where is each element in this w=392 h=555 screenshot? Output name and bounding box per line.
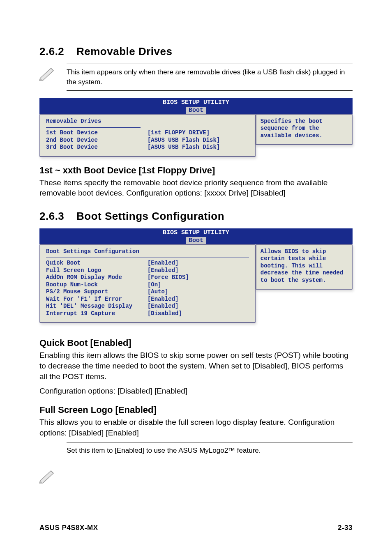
bios-header: BIOS SETUP UTILITY Boot [39,98,353,114]
quick-boot-body: Enabling this item allows the BIOS to sk… [39,350,353,382]
bios-utility-title: BIOS SETUP UTILITY [163,229,229,236]
footer-page-number: 2-33 [338,524,353,532]
setting-value[interactable]: [Force BIOS] [148,274,249,281]
setting-value[interactable]: [Disabled] [148,310,249,318]
bios-header: BIOS SETUP UTILITY Boot [39,228,353,244]
note-block: This item appears only when there are re… [67,64,353,91]
divider [46,258,249,258]
bios-subheader: Removable Drives [46,118,249,125]
setting-value[interactable]: [Enabled] [148,303,249,310]
bios-utility-title: BIOS SETUP UTILITY [163,99,229,106]
bios-box-bootsettings: BIOS SETUP UTILITY Boot Boot Settings Co… [39,228,353,323]
setting-value[interactable]: [Enabled] [148,267,249,274]
bios-tab: Boot [186,237,206,244]
section-title: Removable Drives [76,45,172,58]
note-text: Set this item to [Enabled] to use the AS… [67,447,261,454]
bios-subheader: Boot Settings Configuration [46,248,249,256]
bios-settings-list: 1st Boot Device[1st FLOPPY DRIVE] 2nd Bo… [46,129,249,151]
bios-help-text: Allows BIOS to skip certain tests while … [261,248,344,283]
subsection-body: These items specify the removable boot d… [39,177,353,198]
section-2-6-3-heading: 2.6.3Boot Settings Configuration [39,210,353,223]
setting-value[interactable]: [ASUS USB Flash Disk] [148,144,249,151]
pencil-note-icon [39,66,56,83]
note-block: Set this item to [Enabled] to use the AS… [67,442,353,459]
section-2-6-2-heading: 2.6.2Removable Drives [39,45,353,58]
setting-value[interactable]: [On] [148,281,249,289]
subsection-boot-device-heading: 1st ~ xxth Boot Device [1st Floppy Drive… [39,165,353,176]
bios-tab: Boot [186,107,206,114]
setting-label: Hit 'DEL' Message Display [46,303,148,310]
setting-label: 1st Boot Device [46,129,148,137]
note-text: This item appears only when there are re… [67,68,345,86]
setting-label: Full Screen Logo [46,267,148,274]
setting-label: 3rd Boot Device [46,144,148,151]
full-screen-logo-body: This allows you to enable or disable the… [39,417,353,438]
setting-label: Interrupt 19 Capture [46,310,148,318]
footer-product: ASUS P4S8X-MX [39,524,98,532]
bios-box-removable: BIOS SETUP UTILITY Boot Removable Drives… [39,98,353,157]
full-screen-logo-heading: Full Screen Logo [Enabled] [39,405,353,415]
setting-value[interactable]: [Auto] [148,288,249,296]
setting-label: PS/2 Mouse Support [46,288,148,296]
setting-value[interactable]: [1st FLOPPY DRIVE] [148,129,249,137]
setting-value[interactable]: [ASUS USB Flash Disk] [148,137,249,144]
setting-label: Bootup Num-Lock [46,281,148,289]
bios-settings-list: Quick Boot[Enabled] Full Screen Logo[Ena… [46,260,249,317]
quick-boot-heading: Quick Boot [Enabled] [39,338,353,348]
setting-label: Wait For 'F1' If Error [46,296,148,303]
quick-boot-config: Configuration options: [Disabled] [Enabl… [39,386,353,396]
bios-help-text: Specifies the boot sequence from the ava… [261,118,323,139]
setting-label: Quick Boot [46,260,148,267]
setting-label: 2nd Boot Device [46,137,148,144]
pencil-note-icon [39,468,56,486]
bios-help-pane: Specifies the boot sequence from the ava… [256,114,353,145]
setting-value[interactable]: [Enabled] [148,260,249,267]
setting-value[interactable]: [Enabled] [148,296,249,303]
divider [46,127,141,128]
page-footer: ASUS P4S8X-MX 2-33 [39,524,353,532]
section-number: 2.6.3 [39,210,76,223]
setting-label: AddOn ROM Display Mode [46,274,148,281]
bios-help-pane: Allows BIOS to skip certain tests while … [256,244,353,290]
section-title: Boot Settings Configuration [76,210,224,222]
section-number: 2.6.2 [39,45,76,58]
